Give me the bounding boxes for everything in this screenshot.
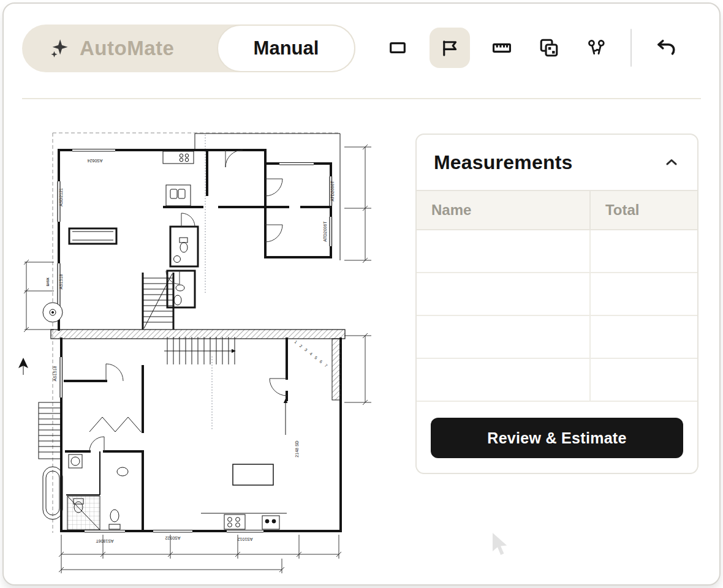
mode-toggle: AutoMate Manual — [22, 24, 355, 72]
door-swings — [89, 150, 287, 451]
rectangle-tool-icon — [388, 38, 407, 58]
flag-tool-button[interactable] — [430, 28, 470, 68]
table-row — [417, 273, 697, 316]
cell-total — [591, 230, 697, 272]
north-arrow — [18, 358, 28, 375]
chevron-up-icon — [663, 154, 680, 171]
upper-stairs — [143, 274, 173, 328]
undo-button[interactable] — [651, 32, 681, 63]
cell-total — [591, 273, 697, 315]
automate-label: AutoMate — [80, 37, 174, 60]
cursor-arrow — [490, 532, 511, 556]
collapse-panel-button[interactable] — [663, 154, 680, 171]
duplicate-tool-button[interactable] — [534, 32, 564, 63]
lower-stairs — [164, 337, 286, 435]
window-label: AS1518 — [53, 366, 57, 381]
window-label: AS0922 — [165, 536, 180, 540]
measurements-table-body — [417, 230, 697, 402]
floorplan-canvas[interactable]: AS0624 ASD2121 AS1518 BASIX ATD2006T ATD… — [17, 104, 397, 588]
roof-outline — [195, 134, 340, 260]
manual-label: Manual — [254, 37, 319, 59]
window-label: AS0624 — [87, 159, 102, 163]
door-label: 2148 SD — [295, 440, 299, 457]
cell-name — [417, 273, 591, 315]
toolbar-divider — [630, 29, 632, 67]
measurements-panel: Measurements Name Total Review & Estimat… — [415, 134, 698, 474]
window-label: AS1806T — [96, 539, 114, 543]
window-label: AS1518 — [59, 274, 63, 289]
keys-tool-button[interactable] — [581, 32, 611, 63]
measurements-table-header: Name Total — [417, 190, 697, 230]
lower-floor-walls — [61, 339, 341, 531]
cell-name — [417, 230, 591, 272]
cell-name — [417, 359, 591, 401]
floorplan-drawing: AS0624 ASD2121 AS1518 BASIX ATD2006T ATD… — [17, 104, 397, 588]
measurements-panel-header: Measurements — [417, 135, 697, 190]
flag-tool-icon — [439, 37, 460, 58]
duplicate-tool-icon — [539, 37, 559, 58]
review-estimate-button[interactable]: Review & Estimate — [431, 418, 683, 458]
basix-label: BASIX — [47, 277, 50, 286]
window-label: ATD2006T — [323, 221, 327, 242]
table-row — [417, 359, 697, 402]
table-row — [417, 230, 697, 273]
mode-manual-button[interactable]: Manual — [217, 24, 355, 72]
cell-total — [591, 316, 697, 358]
window-label: ATD2006T — [330, 181, 335, 202]
lower-floor-partitions — [66, 451, 100, 495]
header-divider — [22, 98, 701, 99]
undo-icon — [655, 37, 677, 59]
panel-title: Measurements — [434, 151, 573, 174]
toolbar — [382, 26, 681, 70]
window-label: ASD2121 — [59, 188, 63, 206]
cell-name — [417, 316, 591, 358]
cell-total — [591, 359, 697, 401]
table-row — [417, 316, 697, 359]
upper-floor-partitions — [69, 227, 198, 330]
keys-tool-icon — [586, 37, 607, 58]
ruler-tool-button[interactable] — [486, 32, 517, 63]
closet-shelf-lines — [72, 232, 113, 240]
column-header-total: Total — [591, 191, 697, 229]
column-header-name: Name — [417, 191, 591, 229]
bifold-closet-doors — [89, 417, 141, 432]
garage-wall-hatch — [332, 339, 341, 400]
windows — [56, 148, 333, 533]
rectangle-tool-button[interactable] — [382, 32, 413, 63]
stair-numbers: 1 2 3 4 5 6 7 — [293, 339, 329, 369]
window-label: AS1012 — [237, 537, 252, 541]
ruler-tool-icon — [491, 37, 512, 58]
sparkles-icon — [49, 38, 70, 59]
